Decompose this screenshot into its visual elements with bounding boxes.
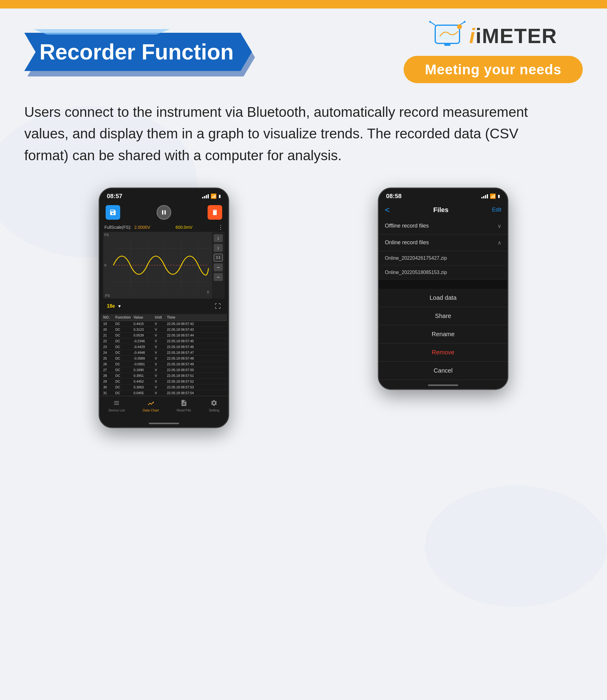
table-row: 24DC-0.4948V22.05.18 08:57:47 (101, 350, 227, 356)
svg-point-8 (457, 24, 462, 29)
zoom-down-btn[interactable]: ↕ (214, 244, 223, 252)
menu-dots[interactable]: ⋮ (218, 224, 223, 231)
table-row: 28DC0.3951V22.05.18 08:57:51 (101, 373, 227, 379)
fullscale-info: FullScale(FS): 2.0000V 600.0mV ⋮ (100, 223, 228, 232)
status-bar-1: 08:57 📶 ▮ (100, 188, 228, 202)
table-header: NO. Function Value Unit Time (101, 314, 227, 321)
svg-rect-4 (438, 27, 457, 39)
files-spacer (379, 280, 507, 289)
files-section: Offline record files ∨ Online record fil… (379, 218, 507, 280)
table-row: 26DC-0.0991V22.05.18 08:57:49 (101, 361, 227, 367)
imeter-icon (429, 21, 465, 51)
table-rows: 19DC0.4415V22.05.18 08:57:4220DC0.3123V2… (101, 321, 227, 396)
device-list-icon (113, 399, 120, 407)
rename-btn[interactable]: Rename (379, 325, 507, 343)
svg-point-6 (464, 21, 465, 23)
delete-button[interactable] (208, 205, 222, 220)
svg-text:T: T (207, 291, 209, 295)
signal-icon-2 (481, 194, 488, 198)
svg-rect-7 (444, 43, 451, 46)
save-button[interactable] (106, 205, 120, 220)
read-file-icon (180, 399, 188, 407)
share-btn[interactable]: Share (379, 307, 507, 325)
status-icons-2: 📶 ▮ (481, 193, 500, 199)
remove-btn[interactable]: Remove (379, 343, 507, 362)
nav-read-file[interactable]: Read File (176, 399, 191, 412)
nav-data-chart[interactable]: Data Chart (143, 399, 159, 412)
files-title: Files (433, 206, 448, 214)
battery-icon-2: ▮ (498, 194, 500, 198)
table-row: 30DC0.3063V22.05.18 08:57:53 (101, 384, 227, 390)
table-row: 21DC0.0539V22.05.18 08:57:44 (101, 333, 227, 338)
pan-btn[interactable]: ↔ (214, 263, 223, 271)
chart-selector: 18e ▼ ⛶ (103, 300, 225, 312)
wifi-icon: 📶 (211, 193, 217, 199)
imeter-logo: iiMETER (429, 21, 557, 51)
table-row: 25DC-0.3589V22.05.18 08:57:48 (101, 356, 227, 361)
pause-button[interactable] (156, 205, 171, 220)
imeter-text: iiMETER (469, 24, 557, 48)
svg-point-5 (429, 21, 431, 23)
load-data-btn[interactable]: Load data (379, 289, 507, 307)
zoom-up-btn[interactable]: ↕ (214, 234, 223, 242)
phone2-mockup: 08:58 📶 ▮ < Files Edit (378, 188, 508, 390)
edit-button[interactable]: Edit (492, 207, 501, 213)
phone1-mockup: 08:57 📶 ▮ (99, 188, 229, 428)
offline-files-category[interactable]: Offline record files ∨ (379, 218, 507, 235)
imeter-section: iiMETER Meeting your needs (404, 21, 583, 83)
table-row: 22DC-0.2346V22.05.18 08:57:45 (101, 338, 227, 344)
page-title: Recorder Function (24, 33, 252, 71)
setting-icon (210, 399, 217, 407)
wifi-icon-2: 📶 (490, 193, 496, 199)
status-icons-1: 📶 ▮ (202, 193, 221, 199)
time-1: 08:57 (107, 193, 122, 200)
data-chart-icon (147, 399, 154, 407)
waveform-chart: T (103, 232, 212, 299)
online-files-category[interactable]: Online record files ∧ (379, 235, 507, 251)
svg-point-2 (425, 486, 607, 607)
table-row: 27DC0.1890V22.05.18 08:57:50 (101, 367, 227, 373)
zoom-fit-btn[interactable]: ↔ (214, 273, 223, 281)
table-row: 23DC-0.4429V22.05.18 08:57:46 (101, 344, 227, 350)
nav-setting[interactable]: Setting (209, 399, 219, 412)
cancel-btn[interactable]: Cancel (379, 362, 507, 380)
home-indicator-1 (100, 418, 228, 427)
table-row: 20DC0.3123V22.05.18 08:57:43 (101, 327, 227, 333)
fullscreen-btn[interactable]: ⛶ (215, 303, 221, 310)
offline-arrow: ∨ (498, 223, 501, 229)
phones-display: 08:57 📶 ▮ (24, 188, 583, 428)
nav-device-list[interactable]: Device List (108, 399, 125, 412)
dropdown-arrow[interactable]: ▼ (118, 304, 122, 309)
data-table: NO. Function Value Unit Time 19DC0.4415V… (101, 314, 227, 396)
main-content: Recorder Function (0, 8, 607, 446)
scale-btn[interactable]: 1:1 (214, 254, 223, 261)
signal-icon (202, 194, 209, 198)
action-buttons: Load data Share Rename Remove Cancel (379, 289, 507, 380)
files-header: < Files Edit (379, 202, 507, 218)
table-row: 19DC0.4415V22.05.18 08:57:42 (101, 321, 227, 327)
online-arrow: ∧ (498, 239, 501, 246)
table-row: 29DC0.4452V22.05.18 08:57:52 (101, 379, 227, 384)
header-section: Recorder Function (24, 21, 583, 83)
time-2: 08:58 (386, 193, 401, 200)
file-item-1[interactable]: Online_20220426175427.zip (379, 251, 507, 266)
file-item-2[interactable]: Online_20220518085153.zip (379, 266, 507, 280)
top-bar (0, 0, 607, 8)
status-bar-2: 08:58 📶 ▮ (379, 188, 507, 202)
back-button[interactable]: < (385, 205, 390, 215)
battery-icon: ▮ (218, 194, 221, 198)
description-text: Users connect to the instrument via Blue… (24, 101, 559, 166)
chart-area: FS 0 -FS (103, 232, 225, 299)
home-indicator-2 (379, 380, 507, 389)
toolbar (100, 202, 228, 223)
svg-point-19 (153, 402, 154, 403)
table-row: 31DC0.0455V22.05.18 08:57:54 (101, 390, 227, 396)
recorder-badge: Recorder Function (24, 33, 252, 71)
bottom-nav: Device List Data Chart Read File (100, 396, 228, 418)
imeter-tagline: Meeting your needs (404, 56, 583, 83)
